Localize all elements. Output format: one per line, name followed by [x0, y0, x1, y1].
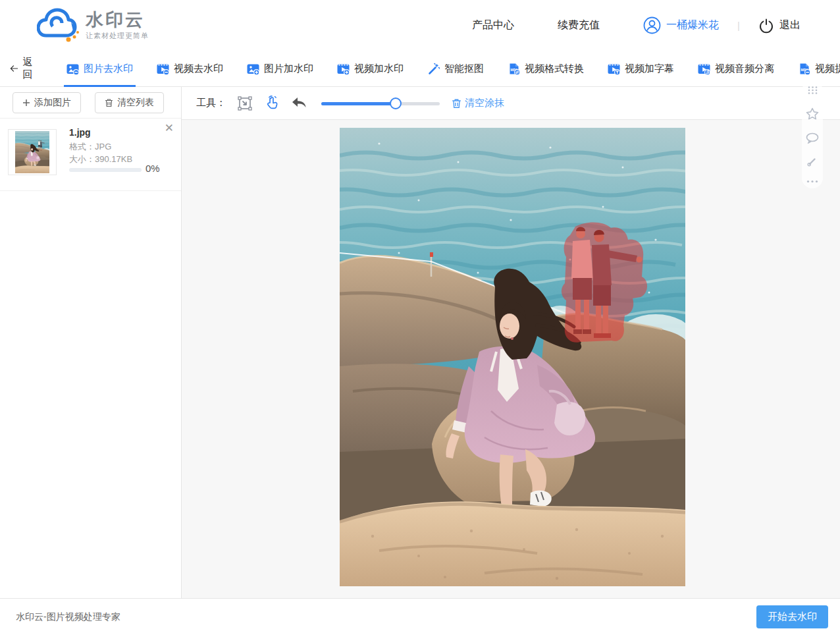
tab-image-add-watermark[interactable]: 图片加水印	[235, 51, 325, 86]
tools-label: 工具：	[196, 97, 226, 109]
tab-label: 视频加字幕	[625, 63, 674, 75]
brand-tagline: 让素材处理更简单	[86, 31, 149, 41]
tab-smart-cutout[interactable]: 智能抠图	[415, 51, 496, 86]
comment-icon[interactable]	[806, 132, 819, 144]
video-add-watermark-icon	[337, 63, 350, 75]
brand-logo[interactable]: 水印云 让素材处理更简单	[37, 7, 149, 44]
tab-video-remove-watermark[interactable]: 视频去水印	[145, 51, 235, 86]
user-account[interactable]: 一桶爆米花	[643, 16, 719, 34]
power-icon	[758, 18, 774, 34]
clear-list-button[interactable]: 清空列表	[95, 92, 164, 113]
tab-label: 图片加水印	[264, 63, 313, 75]
clear-smear-button[interactable]: 清空涂抹	[452, 97, 504, 109]
user-name: 一桶爆米花	[666, 18, 719, 32]
undo-icon	[291, 96, 308, 111]
slider-knob[interactable]	[390, 97, 402, 109]
rect-select-tool[interactable]	[236, 95, 253, 112]
clear-smear-label: 清空涂抹	[465, 97, 504, 109]
editing-canvas-image[interactable]	[340, 128, 685, 586]
back-arrow-icon	[10, 64, 18, 73]
tab-label: 视频提取	[815, 63, 840, 75]
cloud-logo-icon	[37, 7, 80, 44]
magic-wand-icon	[427, 63, 440, 75]
remove-file-icon[interactable]: ✕	[165, 123, 174, 134]
file-format: 格式：JPG	[69, 141, 111, 153]
link-icon[interactable]	[806, 155, 818, 167]
file-size: 大小：390.17KB	[69, 153, 132, 165]
image-remove-watermark-icon	[66, 63, 79, 75]
back-label: 返回	[22, 56, 36, 81]
file-list-actions: 添加图片 清空列表	[0, 87, 181, 119]
nav-renew-recharge[interactable]: 续费充值	[558, 18, 600, 32]
app-header: 水印云 让素材处理更简单 产品中心 续费充值 一桶爆米花 | 退出	[0, 0, 840, 51]
file-list-panel: 添加图片 清空列表 1.jpg 格式：JPG 大小：390.17KB 0% ✕	[0, 87, 182, 598]
feature-tabbar: 返回 图片去水印视频去水印图片加水印视频加水印智能抠图MP4视频格式转换视频加字…	[0, 51, 840, 87]
tab-label: 视频去水印	[174, 63, 223, 75]
footer-slogan: 水印云-图片视频处理专家	[16, 611, 120, 623]
logout-button[interactable]: 退出	[758, 18, 801, 34]
logout-label: 退出	[779, 18, 801, 32]
video-audio-split-icon	[698, 63, 710, 75]
tab-image-remove-watermark[interactable]: 图片去水印	[55, 51, 145, 86]
video-subtitle-icon	[608, 63, 620, 75]
tab-label: 智能抠图	[444, 63, 484, 75]
image-add-watermark-icon	[247, 63, 259, 75]
tab-label: 视频格式转换	[525, 63, 584, 75]
app-footer: 水印云-图片视频处理专家 开始去水印	[0, 598, 840, 635]
slider-fill	[321, 102, 396, 105]
trash-icon	[105, 98, 113, 107]
file-progress-bar	[69, 168, 142, 172]
header-divider: |	[737, 20, 740, 31]
back-button[interactable]: 返回	[10, 56, 36, 81]
tab-video-format-convert[interactable]: MP4视频格式转换	[496, 51, 596, 86]
plus-icon	[22, 99, 30, 107]
smear-hand-tool-icon	[264, 95, 280, 111]
editor-main: 工具：	[182, 87, 840, 598]
tab-list: 图片去水印视频去水印图片加水印视频加水印智能抠图MP4视频格式转换视频加字幕视频…	[55, 51, 840, 86]
file-thumbnail	[8, 129, 57, 175]
tab-video-audio-split[interactable]: 视频音频分离	[686, 51, 786, 86]
file-name: 1.jpg	[69, 127, 91, 138]
tab-video-subtitle[interactable]: 视频加字幕	[596, 51, 686, 86]
undo-button[interactable]	[291, 96, 308, 111]
file-list-item[interactable]: 1.jpg 格式：JPG 大小：390.17KB 0% ✕	[0, 119, 181, 191]
tab-label: 图片去水印	[84, 63, 133, 75]
file-progress-percent: 0%	[145, 163, 160, 174]
user-avatar-icon	[643, 16, 661, 34]
brush-size-slider[interactable]	[321, 97, 440, 109]
nav-product-center[interactable]: 产品中心	[472, 18, 514, 32]
video-remove-watermark-icon	[157, 63, 169, 75]
apps-grid-icon[interactable]	[807, 86, 818, 95]
rect-select-tool-icon	[236, 95, 253, 112]
more-icon[interactable]	[806, 180, 818, 183]
smear-hand-tool[interactable]	[264, 95, 280, 111]
tab-video-add-watermark[interactable]: 视频加水印	[325, 51, 415, 86]
start-remove-watermark-button[interactable]: 开始去水印	[756, 605, 828, 628]
trash-icon	[452, 98, 461, 109]
brand-name: 水印云	[86, 11, 149, 29]
quick-actions-widget	[802, 80, 823, 188]
video-format-convert-icon: MP4	[508, 63, 520, 75]
tab-label: 视频加水印	[354, 63, 404, 75]
editor-toolbar: 工具：	[182, 87, 840, 120]
star-icon[interactable]	[806, 107, 819, 120]
video-extract-icon: MP4	[798, 63, 810, 75]
add-image-button[interactable]: 添加图片	[13, 92, 81, 113]
tab-label: 视频音频分离	[715, 63, 774, 75]
